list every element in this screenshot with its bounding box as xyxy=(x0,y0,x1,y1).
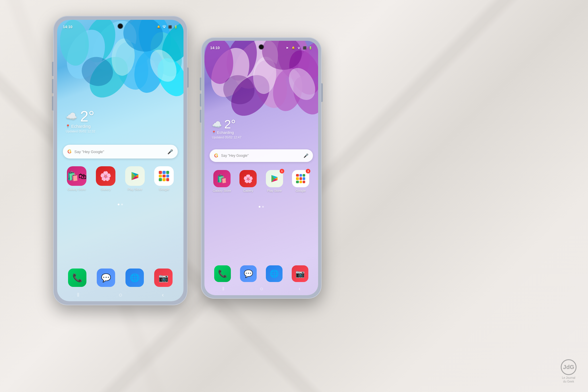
volume-up-left xyxy=(52,62,53,76)
weather-widget-left: ☁️ 2° 📍 Echarding Updated 05/02 12:32 xyxy=(66,109,95,133)
galaxy-store-icon-right: 🛍️ xyxy=(213,170,231,187)
galaxy-store-icon-left: 🛍️ xyxy=(67,166,86,186)
nav-bar-left: ⦀ ○ ‹ xyxy=(57,290,183,301)
power-button-right xyxy=(321,83,323,102)
dock-right: 📞 💬 🌐 📷 xyxy=(204,265,318,282)
weather-updated-right: Updated 05/02 12:47 xyxy=(212,136,241,139)
nav-home-left[interactable]: ○ xyxy=(119,291,122,299)
phone-left: 14:10 🔔 ⬛ 🔋 ☁️ 2° 📍 xyxy=(53,16,187,305)
weather-temp-right: 2° xyxy=(224,118,236,130)
google-badge-right: 3 xyxy=(306,169,310,173)
screen-content-right: 14:10 ▶ 🔔 ⬛ 🔋 ☁️ 2° xyxy=(204,41,318,295)
battery-icon-right: 🔋 xyxy=(308,46,312,50)
nav-recent-left[interactable]: ⦀ xyxy=(77,291,79,298)
app-galaxy-store-right[interactable]: 🛍️ Galaxy Store xyxy=(210,170,234,192)
wifi-icon-right xyxy=(297,46,301,50)
dock-phone-right[interactable]: 📞 xyxy=(214,265,231,282)
power-button-left xyxy=(187,67,189,88)
camera-hole-left xyxy=(118,24,123,28)
volume-down-right xyxy=(200,94,201,107)
nav-bar-right: ⦀ ○ ‹ xyxy=(204,284,318,295)
battery-icon-left: 🔋 xyxy=(174,25,178,29)
weather-widget-right: ☁️ 2° 📍 Echarding Updated 05/02 12:47 xyxy=(212,118,241,139)
app-galaxy-store-left[interactable]: 🛍️ Galaxy Store xyxy=(63,166,90,191)
signal-icon-right: ⬛ xyxy=(303,46,307,50)
dock-phone-left[interactable]: 📞 xyxy=(68,269,86,287)
mic-icon-right[interactable]: 🎤 xyxy=(303,153,308,158)
notification-icon-left: 🔔 xyxy=(156,25,160,29)
gallery-label-right: Gallery xyxy=(243,189,253,192)
galaxy-store-label-left: Galaxy Store xyxy=(67,188,86,191)
status-icons-right: ▶ 🔔 ⬛ 🔋 xyxy=(285,46,312,50)
wallpaper-right xyxy=(204,41,318,295)
dock-samsung-left[interactable]: 🌐 xyxy=(125,269,144,287)
search-placeholder-right: Say "Hey Google" xyxy=(221,154,301,158)
nav-home-right[interactable]: ○ xyxy=(260,285,263,292)
volume-up-right xyxy=(200,78,201,90)
phone-screen-right: 14:10 ▶ 🔔 ⬛ 🔋 ☁️ 2° xyxy=(204,41,318,295)
mic-icon-left[interactable]: 🎤 xyxy=(167,149,173,155)
gallery-label-left: Gallery xyxy=(101,188,111,191)
search-bar-left[interactable]: G Say "Hey Google" 🎤 xyxy=(63,145,178,159)
nav-recent-right[interactable]: ⦀ xyxy=(222,286,225,292)
wifi-icon-left xyxy=(162,25,166,29)
weather-location-right: 📍 Echarding xyxy=(212,130,241,135)
volume-down-left xyxy=(52,79,53,93)
google-logo-right: G xyxy=(214,153,218,159)
dot-2-right xyxy=(262,206,264,208)
dot-2-left xyxy=(121,204,123,205)
watermark: JdG Le Journal du Geek xyxy=(561,359,577,383)
screen-content-left: 14:10 🔔 ⬛ 🔋 ☁️ 2° 📍 xyxy=(57,20,183,301)
watermark-logo: JdG xyxy=(561,359,577,375)
play-store-icon-left xyxy=(125,166,145,186)
app-grid-left: 🛍️ Galaxy Store 🌸 Gallery xyxy=(63,166,178,191)
app-grid-right: 🛍️ Galaxy Store 🌸 Gallery xyxy=(210,170,313,192)
camera-hole-right xyxy=(259,45,264,49)
google-label-left: Google xyxy=(159,188,169,191)
gallery-icon-right: 🌸 xyxy=(239,170,257,187)
nav-back-right[interactable]: ‹ xyxy=(299,286,300,292)
dock-messages-left[interactable]: 💬 xyxy=(97,269,115,287)
app-play-store-left[interactable]: Play Store xyxy=(121,166,149,191)
bixby-button-left xyxy=(52,96,53,111)
google-icon-left xyxy=(154,166,174,186)
phone-right: 14:10 ▶ 🔔 ⬛ 🔋 ☁️ 2° xyxy=(201,37,322,299)
dot-1-right xyxy=(259,206,260,208)
page-dots-right xyxy=(259,206,264,208)
bixby-button-right xyxy=(200,110,201,123)
dock-samsung-right[interactable]: 🌐 xyxy=(266,265,283,282)
nav-back-left[interactable]: ‹ xyxy=(162,291,164,298)
dock-camera-right[interactable]: 📷 xyxy=(292,265,308,282)
phone-screen-left: 14:10 🔔 ⬛ 🔋 ☁️ 2° 📍 xyxy=(57,20,183,301)
play-store-badge-right: 1 xyxy=(280,169,284,173)
dock-left: 📞 💬 🌐 📷 xyxy=(57,269,183,287)
watermark-text: Le Journal du Geek xyxy=(562,376,575,383)
dock-messages-right[interactable]: 💬 xyxy=(240,265,257,282)
page-dots-left xyxy=(118,204,123,205)
play-store-label-right: Play Store xyxy=(267,189,282,192)
search-bar-right[interactable]: G Say "Hey Google" 🎤 xyxy=(210,149,313,162)
time-right: 14:10 xyxy=(210,46,220,50)
signal-icon-left: ⬛ xyxy=(168,25,172,29)
dot-1-left xyxy=(118,204,119,205)
play-store-icon-right: 1 xyxy=(266,170,283,187)
app-google-left[interactable]: Google xyxy=(150,166,178,191)
app-google-right[interactable]: 3 Google xyxy=(289,170,313,192)
notification-icon-right: 🔔 xyxy=(291,46,295,50)
play-store-label-left: Play Store xyxy=(127,188,142,191)
gallery-icon-left: 🌸 xyxy=(96,166,115,186)
app-gallery-right[interactable]: 🌸 Gallery xyxy=(236,170,261,192)
dock-camera-left[interactable]: 📷 xyxy=(154,269,173,287)
play-icon-right: ▶ xyxy=(285,46,289,50)
google-logo-left: G xyxy=(67,149,71,155)
search-placeholder-left: Say "Hey Google" xyxy=(74,150,165,154)
app-gallery-left[interactable]: 🌸 Gallery xyxy=(92,166,120,191)
weather-temp-left: 2° xyxy=(80,109,94,124)
app-play-store-right[interactable]: 1 Play Store xyxy=(262,170,287,192)
galaxy-store-label-right: Galaxy Store xyxy=(213,189,231,192)
time-left: 14:10 xyxy=(63,25,72,29)
status-icons-left: 🔔 ⬛ 🔋 xyxy=(156,25,178,29)
weather-updated-left: Updated 05/02 12:32 xyxy=(66,130,95,133)
google-icon-right: 3 xyxy=(292,170,309,187)
google-label-right: Google xyxy=(296,189,306,192)
